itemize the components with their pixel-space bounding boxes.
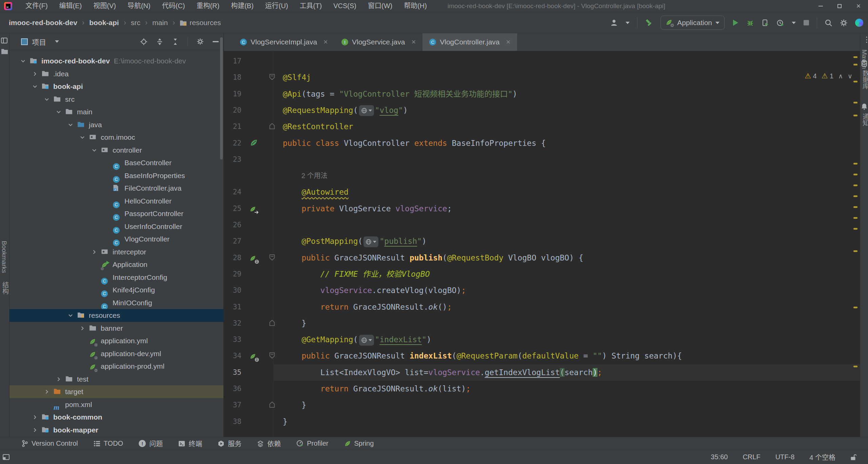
toolwindow-button-TODO[interactable]: TODO: [94, 440, 123, 447]
close-tab-icon[interactable]: ×: [506, 38, 511, 46]
warning-stripe-mark[interactable]: [853, 174, 857, 175]
warning-stripe-mark[interactable]: [853, 366, 857, 367]
tree-row-HelloController[interactable]: CHelloController: [9, 195, 223, 208]
warning-stripe-mark[interactable]: [853, 102, 857, 103]
warning-stripe-mark[interactable]: [853, 217, 857, 219]
code-line-21[interactable]: 21@RestController: [224, 118, 860, 135]
hide-panel-icon[interactable]: [213, 41, 219, 42]
tool-stripe-通知[interactable]: 通知: [861, 113, 868, 126]
tree-row-InterceptorConfig[interactable]: CInterceptorConfig: [9, 271, 223, 284]
settings-gear-icon[interactable]: [840, 19, 848, 27]
search-everywhere-icon[interactable]: [825, 19, 832, 27]
tree-collapse-icon[interactable]: [20, 58, 26, 64]
tree-expand-icon[interactable]: [32, 414, 38, 421]
tree-row-FileController.java[interactable]: JFileController.java: [9, 182, 223, 195]
menu-7[interactable]: 运行(U): [259, 0, 294, 12]
tree-collapse-icon[interactable]: [32, 83, 38, 90]
toolwindow-switcher-icon[interactable]: [3, 454, 9, 460]
toolwindow-button-Version Control[interactable]: Version Control: [22, 440, 78, 447]
warning-stripe-mark[interactable]: [853, 81, 857, 82]
status-item-1[interactable]: CRLF: [743, 453, 760, 461]
tree-collapse-icon[interactable]: [91, 147, 98, 154]
commit-toolwindow-icon[interactable]: [1, 48, 8, 55]
warning-stripe-mark[interactable]: [853, 115, 857, 116]
usages-inlay-hint[interactable]: 2 个用法: [301, 168, 328, 184]
tree-collapse-icon[interactable]: [67, 312, 74, 319]
code-line-18[interactable]: 18@Slf4j: [224, 69, 860, 85]
menu-11[interactable]: 帮助(H): [398, 0, 433, 12]
close-button[interactable]: ×: [849, 0, 868, 12]
tree-expand-icon[interactable]: [55, 376, 62, 383]
tree-row-book-mapper[interactable]: book-mapper: [9, 424, 223, 437]
code-editor[interactable]: ⚠ 4 ⚠ 1 ∧ ∨ 1718@Slf4j19@Api(tags = "Vlo…: [224, 51, 860, 437]
tree-row-PassportController[interactable]: CPassportController: [9, 207, 223, 220]
tree-collapse-icon[interactable]: [43, 96, 50, 103]
tree-collapse-icon[interactable]: [55, 109, 62, 115]
menu-8[interactable]: 工具(T): [294, 0, 328, 12]
tree-expand-icon[interactable]: [32, 71, 38, 77]
fold-marker-icon[interactable]: [269, 320, 275, 326]
status-item-0[interactable]: 35:60: [711, 453, 728, 461]
code-line-23[interactable]: 23: [224, 151, 860, 168]
tool-stripe-数据库[interactable]: 数据库: [861, 70, 868, 89]
project-toolwindow-icon[interactable]: [1, 37, 7, 44]
tree-collapse-icon[interactable]: [79, 134, 86, 141]
warning-stripe-mark[interactable]: [853, 307, 857, 308]
code-line-34[interactable]: 34 public GraceJSONResult indexList(@Req…: [224, 348, 860, 364]
tree-row-com.imooc[interactable]: com.imooc: [9, 131, 223, 144]
url-mapping-widget[interactable]: [359, 105, 374, 116]
menu-0[interactable]: 文件(F): [20, 0, 54, 12]
code-line-38[interactable]: 38}: [224, 413, 860, 430]
select-opened-file-icon[interactable]: [140, 38, 147, 45]
breadcrumb-item[interactable]: src: [131, 19, 140, 27]
code-line-30[interactable]: 30 vlogService.createVlog(vlogBO);: [224, 282, 860, 298]
fold-marker-icon[interactable]: [269, 401, 275, 408]
code-line-22[interactable]: 22public class VlogController extends Ba…: [224, 135, 860, 151]
tree-row-application-prod.yml[interactable]: application-prod.yml: [9, 360, 223, 373]
warning-stripe-mark[interactable]: [853, 185, 857, 186]
tab-VlogController.java[interactable]: C VlogController.java ×: [422, 33, 517, 51]
project-scope-icon[interactable]: [21, 38, 28, 45]
toolwindow-button-终端[interactable]: 终端: [178, 439, 202, 448]
tree-row-BaseInfoProperties[interactable]: CBaseInfoProperties: [9, 169, 223, 182]
code-line-24[interactable]: 24 @Autowired: [224, 184, 860, 200]
code-line-29[interactable]: 29 // FIXME 作业，校验VlogBO: [224, 266, 860, 282]
code-with-me-icon[interactable]: [855, 19, 863, 27]
tree-row-target[interactable]: target: [9, 385, 223, 398]
menu-1[interactable]: 编辑(E): [54, 0, 88, 12]
tree-expand-icon[interactable]: [79, 325, 86, 332]
run-configuration-select[interactable]: Application: [660, 16, 725, 30]
fold-marker-icon[interactable]: [269, 254, 275, 261]
tool-stripe-Bookmarks[interactable]: Bookmarks: [0, 241, 8, 273]
code-line-20[interactable]: 20@RequestMapping("vlog"): [224, 102, 860, 118]
fold-marker-icon[interactable]: [269, 352, 275, 359]
warning-stripe-mark[interactable]: [853, 250, 857, 252]
run-with-coverage-button[interactable]: [776, 19, 784, 27]
code-line-32[interactable]: 32 }: [224, 315, 860, 331]
menu-3[interactable]: 导航(N): [122, 0, 156, 12]
toolwindow-button-Profiler[interactable]: Profiler: [296, 440, 328, 447]
menu-6[interactable]: 构建(B): [225, 0, 259, 12]
warning-stripe-mark[interactable]: [853, 64, 857, 65]
menu-9[interactable]: VCS(S): [328, 0, 362, 12]
minimize-button[interactable]: [811, 0, 830, 12]
tree-collapse-icon[interactable]: [67, 121, 74, 128]
code-line-31[interactable]: 31 return GraceJSONResult.ok();: [224, 299, 860, 315]
code-line-26[interactable]: 26: [224, 217, 860, 233]
code-line-37[interactable]: 37 }: [224, 397, 860, 413]
stop-button[interactable]: [803, 20, 809, 26]
panel-settings-gear-icon[interactable]: [197, 38, 204, 45]
tree-scrollbar[interactable]: [220, 37, 223, 159]
tree-row-interceptor[interactable]: interceptor: [9, 246, 223, 258]
tree-expand-icon[interactable]: [91, 249, 98, 255]
breadcrumb-item[interactable]: book-api: [89, 19, 119, 27]
tree-row-test[interactable]: test: [9, 373, 223, 386]
tree-row-controller[interactable]: controller: [9, 144, 223, 157]
spring-bean-gutter-icon[interactable]: [250, 139, 258, 147]
tree-row-Knife4jConfig[interactable]: CKnife4jConfig: [9, 284, 223, 296]
fold-marker-icon[interactable]: [269, 123, 275, 130]
tree-row-src[interactable]: src: [9, 93, 223, 106]
menu-5[interactable]: 重构(R): [191, 0, 225, 12]
menu-10[interactable]: 窗口(W): [362, 0, 398, 12]
close-tab-icon[interactable]: ×: [411, 38, 416, 46]
